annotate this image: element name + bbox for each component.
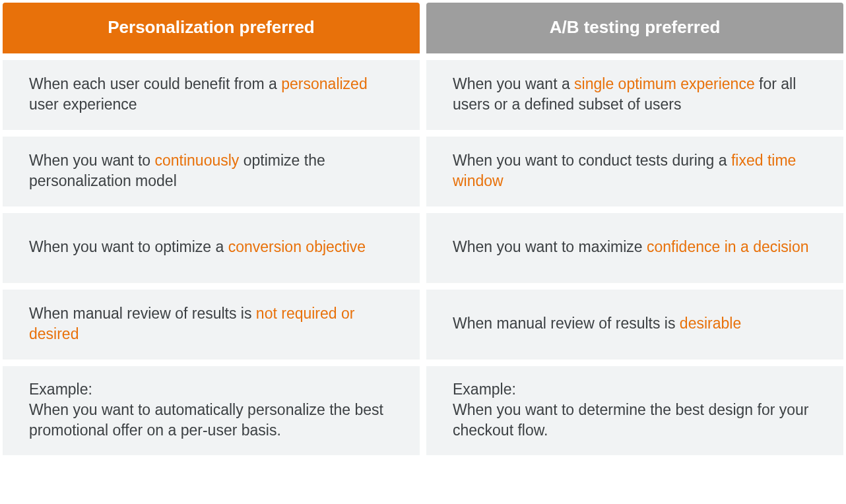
header-ab-testing: A/B testing preferred <box>426 3 843 53</box>
table-cell: Example:When you want to determine the b… <box>426 366 843 455</box>
cell-text: When each user could benefit from a pers… <box>29 74 399 115</box>
cell-text: When manual review of results is desirab… <box>453 313 822 334</box>
table-cell: When manual review of results is not req… <box>3 290 420 360</box>
table-cell: When you want a single optimum experienc… <box>426 60 843 130</box>
cell-text: When you want a single optimum experienc… <box>453 74 822 115</box>
table-cell: Example:When you want to automatically p… <box>3 366 420 455</box>
table-cell: When you want to optimize a conversion o… <box>3 213 420 283</box>
table-cell: When you want to maximize confidence in … <box>426 213 843 283</box>
table-cell: When you want to continuously optimize t… <box>3 137 420 206</box>
cell-text: When you want to continuously optimize t… <box>29 150 399 191</box>
table-cell: When you want to conduct tests during a … <box>426 137 843 206</box>
cell-text: When you want to conduct tests during a … <box>453 150 822 191</box>
table-cell: When each user could benefit from a pers… <box>3 60 420 130</box>
cell-text: Example:When you want to determine the b… <box>453 379 822 441</box>
cell-text: When manual review of results is not req… <box>29 303 399 344</box>
header-personalization: Personalization preferred <box>3 3 420 53</box>
table-cell: When manual review of results is desirab… <box>426 290 843 360</box>
cell-text: When you want to maximize confidence in … <box>453 237 822 257</box>
comparison-table: Personalization preferred A/B testing pr… <box>0 0 846 462</box>
cell-text: When you want to optimize a conversion o… <box>29 237 399 257</box>
cell-text: Example:When you want to automatically p… <box>29 379 399 441</box>
